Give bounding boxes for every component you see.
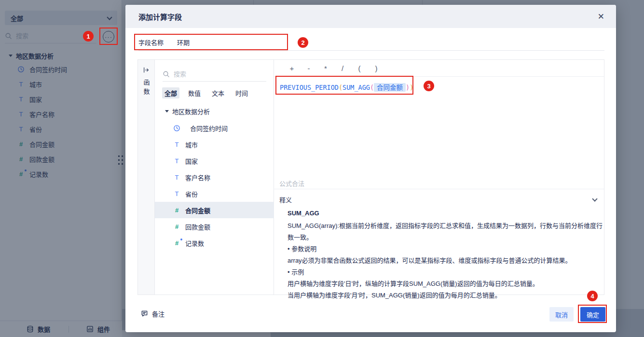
number-field-icon: # (173, 223, 180, 230)
field-label: 省份 (185, 189, 198, 198)
expand-panel-icon[interactable] (143, 67, 150, 73)
chevron-down-icon[interactable] (592, 196, 597, 201)
annotation-badge-1: 1 (83, 31, 94, 42)
dialog-search-input[interactable] (174, 70, 232, 78)
explain-line: • 参数说明 (288, 243, 606, 255)
dialog-header: 添加计算字段 ✕ (125, 5, 616, 28)
number-field-icon: # (173, 207, 180, 214)
field-label: 记录数 (185, 239, 204, 248)
dialog-search[interactable] (163, 67, 266, 82)
annotation-badge-4: 4 (587, 291, 598, 301)
operator-toolbar: + - * / ( ) (274, 60, 604, 77)
explain-line: 用户横轴为维度字段'日'时，纵轴的计算字段SUM_AGG(销量)返回的值为每日的… (288, 278, 606, 290)
note-label: 备注 (152, 309, 164, 318)
field-row[interactable]: # 记录数 (155, 235, 274, 251)
dialog-field-panel: 全部 数值 文本 时间 地区数据分析 合同签约时间 (155, 60, 274, 295)
explain-line: • 示例 (288, 267, 606, 278)
explain-function-name: SUM_AGG (288, 208, 606, 219)
close-icon[interactable]: ✕ (598, 13, 604, 21)
operator-open-paren[interactable]: ( (356, 64, 362, 72)
tab-text[interactable]: 文本 (209, 87, 227, 98)
explain-body: SUM_AGG SUM_AGG(array):根据当前分析维度，返回指标字段的汇… (288, 208, 606, 301)
operator-multiply[interactable]: * (323, 64, 329, 72)
field-row[interactable]: T 城市 (155, 136, 274, 153)
field-row[interactable]: 合同签约时间 (155, 120, 274, 136)
search-icon (163, 70, 170, 78)
operator-minus[interactable]: - (306, 64, 312, 72)
dialog-tree-title[interactable]: 地区数据分析 (165, 107, 210, 116)
tab-number[interactable]: 数值 (186, 87, 203, 98)
explain-title: 释义 (279, 195, 292, 204)
explain-line: 当用户横轴为维度字段'月'时，SUM_AGG(销量)返回的值为每月的汇总销量。 (288, 290, 606, 301)
annotation-rect-2 (134, 34, 288, 50)
note-button[interactable]: 备注 (141, 309, 164, 318)
explain-line: SUM_AGG(array):根据当前分析维度，返回指标字段的汇总求和值，生成结… (288, 220, 606, 243)
field-row-selected[interactable]: # 合同金额 (155, 202, 274, 218)
dialog-main: 函数 全部 数值 文本 时间 地区数据分析 (137, 59, 604, 295)
function-panel-label[interactable]: 函数 (142, 79, 151, 98)
annotation-rect-4 (578, 305, 607, 323)
annotation-rect-1 (99, 28, 118, 45)
text-field-icon: T (173, 141, 180, 148)
caret-down-icon (165, 110, 169, 112)
dialog-field-list: 合同签约时间 T 城市 T 国家 T 客户名称 T 省份 (155, 120, 274, 251)
field-row[interactable]: T 客户名称 (155, 169, 274, 185)
field-label: 回款金额 (185, 222, 210, 231)
field-type-tabs: 全部 数值 文本 时间 (162, 87, 250, 98)
function-panel-strip: 函数 (138, 60, 155, 295)
operator-divide[interactable]: / (340, 64, 345, 72)
explain-header: 释义 (279, 195, 597, 204)
formula-panel: + - * / ( ) PREVIOUS_PERIOD(SUM_AGG(合同金额… (274, 60, 604, 295)
record-count-icon: # (173, 239, 180, 247)
annotation-badge-2: 2 (298, 37, 308, 48)
operator-plus[interactable]: + (289, 64, 295, 72)
explain-line: array必须为非聚合函数公式返回的结果，可以是某指标字段、维度或指标字段与普通… (288, 255, 606, 267)
tree-title-label: 地区数据分析 (172, 107, 210, 116)
field-row[interactable]: # 回款金额 (155, 218, 274, 235)
tab-time[interactable]: 时间 (233, 87, 250, 98)
cancel-button[interactable]: 取消 (549, 307, 574, 322)
formula-status: 公式合法 (279, 179, 304, 188)
annotation-rect-3 (275, 76, 413, 95)
field-label: 客户名称 (185, 173, 210, 182)
note-icon (141, 310, 148, 317)
annotation-badge-3: 3 (424, 81, 434, 91)
field-label: 国家 (185, 156, 198, 166)
divider (274, 189, 604, 189)
add-calculated-field-dialog: 添加计算字段 ✕ 字段名称 函数 全部 (125, 5, 616, 332)
operator-close-paren[interactable]: ) (373, 64, 379, 72)
field-label: 城市 (185, 140, 198, 149)
text-field-icon: T (173, 190, 180, 197)
field-label: 合同金额 (185, 206, 210, 215)
text-field-icon: T (173, 174, 180, 181)
tab-all[interactable]: 全部 (162, 87, 179, 98)
input-underline (138, 50, 604, 51)
field-row[interactable]: T 国家 (155, 153, 274, 169)
field-row[interactable]: T 省份 (155, 185, 274, 202)
dialog-title: 添加计算字段 (138, 12, 182, 22)
field-label: 合同签约时间 (190, 124, 228, 133)
text-field-icon: T (173, 157, 180, 165)
date-icon (173, 125, 180, 132)
